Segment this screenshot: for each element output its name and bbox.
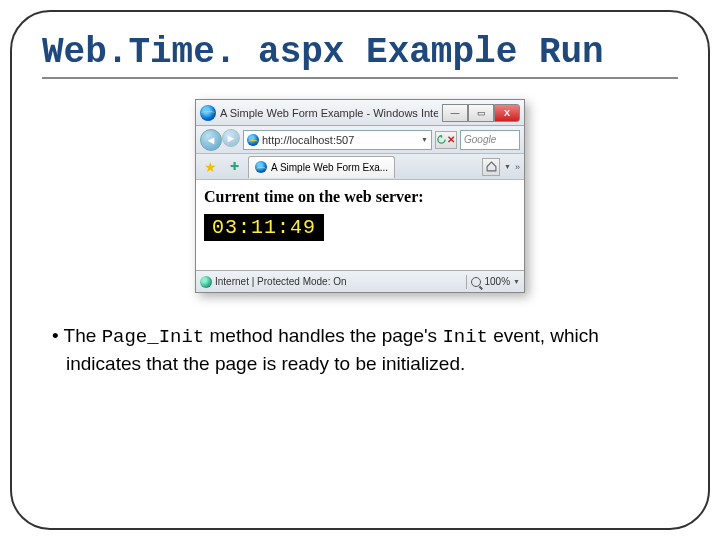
refresh-stop-button[interactable]: ✕ (435, 131, 457, 149)
slide-title: Web.Time. aspx Example Run (42, 32, 678, 79)
add-favorites-icon[interactable]: ✚ (224, 157, 244, 177)
home-dropdown-icon[interactable]: ▼ (504, 163, 511, 170)
browser-window: A Simple Web Form Example - Windows Inte… (195, 99, 525, 293)
tab-toolbar: ★ ✚ A Simple Web Form Exa... ▼ » (196, 154, 524, 180)
window-titlebar: A Simple Web Form Example - Windows Inte… (196, 100, 524, 126)
code-init: Init (442, 326, 488, 348)
ie-icon (200, 105, 216, 121)
close-button[interactable]: X (494, 104, 520, 122)
slide-frame: Web.Time. aspx Example Run A Simple Web … (10, 10, 710, 530)
status-text: Internet | Protected Mode: On (215, 276, 347, 287)
status-bar: Internet | Protected Mode: On 100% ▼ (196, 270, 524, 292)
search-placeholder: Google (464, 134, 496, 145)
bullet-text: The Page_Init method handles the page's … (42, 323, 678, 376)
page-heading: Current time on the web server: (204, 188, 516, 206)
code-page-init: Page_Init (102, 326, 205, 348)
tab-page-icon (255, 161, 267, 173)
nav-arrows: ◄ ► (200, 129, 240, 151)
tab-title: A Simple Web Form Exa... (271, 162, 388, 173)
nav-toolbar: ◄ ► http://localhost:507 ▼ ✕ Google (196, 126, 524, 154)
refresh-icon (437, 135, 446, 144)
window-title: A Simple Web Form Example - Windows Inte… (220, 107, 438, 119)
time-display: 03:11:49 (204, 214, 324, 241)
maximize-button[interactable]: ▭ (468, 104, 494, 122)
minimize-button[interactable]: — (442, 104, 468, 122)
search-box[interactable]: Google (460, 130, 520, 150)
active-tab[interactable]: A Simple Web Form Exa... (248, 156, 395, 178)
page-icon (247, 134, 259, 146)
address-bar[interactable]: http://localhost:507 ▼ (243, 130, 432, 150)
home-icon (486, 161, 497, 172)
zoom-dropdown-icon[interactable]: ▼ (513, 278, 520, 285)
toolbar-chevron-icon[interactable]: » (515, 162, 520, 172)
status-left: Internet | Protected Mode: On (200, 276, 462, 288)
window-controls: — ▭ X (442, 104, 520, 122)
zoom-value: 100% (484, 276, 510, 287)
forward-button[interactable]: ► (222, 129, 240, 147)
favorites-star-icon[interactable]: ★ (200, 157, 220, 177)
home-button[interactable] (482, 158, 500, 176)
stop-icon: ✕ (447, 134, 455, 145)
url-dropdown-icon[interactable]: ▼ (421, 136, 428, 143)
url-text: http://localhost:507 (262, 134, 418, 146)
back-button[interactable]: ◄ (200, 129, 222, 151)
zoom-control[interactable]: 100% ▼ (471, 276, 520, 287)
zoom-icon (471, 277, 481, 287)
internet-zone-icon (200, 276, 212, 288)
page-content: Current time on the web server: 03:11:49 (196, 180, 524, 270)
